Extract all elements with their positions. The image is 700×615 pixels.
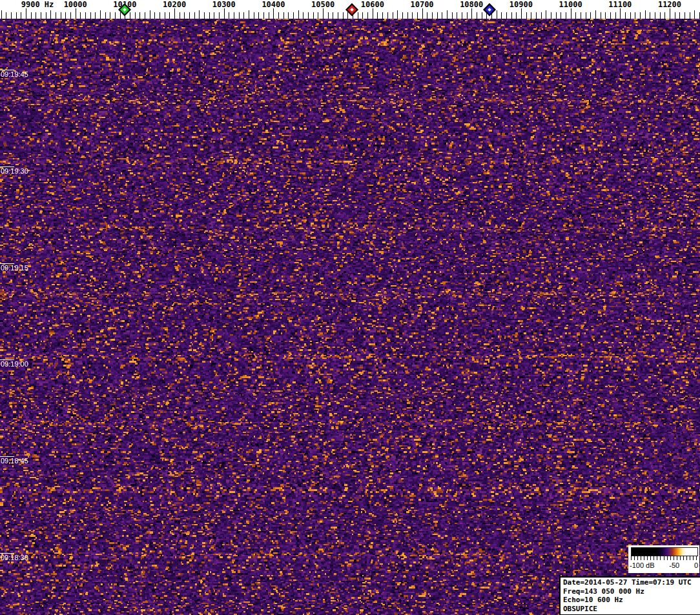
frequency-tick	[184, 12, 185, 19]
frequency-tick	[224, 8, 225, 19]
frequency-tick	[561, 12, 561, 19]
frequency-tick	[120, 12, 121, 19]
frequency-tick-label: 10000	[64, 0, 87, 9]
frequency-tick	[635, 12, 635, 19]
frequency-tick	[516, 12, 517, 19]
frequency-tick	[214, 12, 214, 19]
frequency-tick	[333, 12, 333, 19]
frequency-tick	[546, 10, 546, 19]
colorbar-tick	[641, 556, 641, 560]
colorbar-label-mid: -50	[669, 561, 679, 569]
colorbar-label-max: 0	[694, 561, 698, 569]
frequency-tick	[625, 12, 626, 19]
frequency-tick	[169, 12, 170, 19]
frequency-tick	[655, 12, 655, 19]
frequency-tick	[679, 12, 680, 19]
frequency-tick	[595, 10, 596, 19]
frequency-tick	[630, 12, 631, 19]
frequency-tick	[422, 8, 423, 19]
blue-marker-icon[interactable]	[483, 3, 496, 16]
frequency-tick	[620, 8, 621, 19]
frequency-tick	[442, 12, 442, 19]
colorbar-tick	[677, 556, 677, 560]
frequency-tick	[31, 12, 32, 19]
frequency-tick	[640, 12, 641, 19]
colorbar-gradient	[631, 547, 698, 556]
frequency-tick	[21, 12, 21, 19]
colorbar-tick	[693, 556, 694, 560]
time-tick-label: 09:19:45	[1, 70, 28, 78]
frequency-tick	[258, 12, 259, 19]
colorbar-tick	[674, 556, 674, 560]
frequency-tick	[145, 12, 145, 19]
frequency-tick	[437, 12, 438, 19]
frequency-tick	[61, 12, 61, 19]
spectrogram-canvas[interactable]	[0, 19, 700, 615]
time-tick-label: 09:19:15	[1, 264, 28, 272]
frequency-tick	[313, 12, 314, 19]
frequency-tick	[6, 12, 6, 19]
frequency-tick	[298, 10, 299, 19]
frequency-tick	[675, 12, 675, 19]
frequency-tick	[511, 12, 512, 19]
frequency-tick	[189, 12, 190, 19]
marker-center-dot	[123, 8, 127, 12]
frequency-tick	[288, 12, 289, 19]
colorbar-tick	[670, 556, 671, 560]
colorbar-tick	[644, 556, 644, 560]
time-tick-label: 09:19:30	[1, 167, 28, 175]
frequency-tick	[194, 12, 195, 19]
frequency-tick	[90, 12, 91, 19]
frequency-tick	[393, 12, 393, 19]
frequency-tick	[135, 12, 136, 19]
frequency-tick	[234, 12, 234, 19]
info-station: OBSUPICE	[563, 605, 700, 614]
frequency-tick	[303, 12, 304, 19]
frequency-tick	[174, 8, 175, 19]
frequency-tick	[209, 12, 210, 19]
frequency-tick	[660, 12, 661, 19]
frequency-tick	[605, 12, 606, 19]
frequency-tick	[566, 12, 566, 19]
colorbar-tick	[680, 556, 681, 560]
frequency-tick	[536, 12, 537, 19]
colorbar-tick	[664, 556, 664, 560]
frequency-tick	[526, 12, 527, 19]
frequency-tick	[41, 12, 41, 19]
frequency-tick	[581, 12, 581, 19]
frequency-tick	[427, 12, 427, 19]
frequency-tick	[165, 12, 165, 19]
info-frequency: Freq=143 050 000 Hz	[563, 587, 700, 596]
frequency-tick	[80, 12, 81, 19]
frequency-tick	[417, 12, 418, 19]
colorbar-tick	[647, 556, 648, 560]
frequency-tick	[571, 8, 571, 19]
frequency-tick	[139, 12, 140, 19]
frequency-tick	[85, 12, 86, 19]
frequency-tick	[407, 12, 408, 19]
frequency-tick	[471, 8, 472, 19]
waterfall-window: 9900 Hz100001010010200103001040010500106…	[0, 0, 700, 615]
frequency-tick	[11, 12, 12, 19]
frequency-tick	[199, 10, 200, 19]
frequency-ruler: 9900 Hz100001010010200103001040010500106…	[0, 0, 700, 19]
frequency-tick	[615, 12, 616, 19]
colorbar-tick	[686, 556, 687, 560]
colorbar-tick	[660, 556, 661, 560]
frequency-tick	[254, 12, 254, 19]
frequency-tick-label: 11200	[658, 0, 681, 9]
time-tick-label: 09:18:45	[1, 457, 28, 465]
frequency-tick	[373, 8, 373, 19]
frequency-tick	[541, 12, 542, 19]
frequency-tick	[685, 12, 685, 19]
frequency-tick	[95, 12, 96, 19]
colorbar-label-min: -100 dB	[630, 561, 655, 569]
marker-center-dot	[350, 8, 354, 12]
frequency-tick	[610, 12, 611, 19]
frequency-tick	[273, 8, 274, 19]
frequency-tick	[402, 12, 403, 19]
colorbar-tick	[657, 556, 657, 560]
frequency-tick	[531, 12, 531, 19]
frequency-tick-label: 10700	[410, 0, 433, 9]
frequency-tick-label: 10600	[361, 0, 384, 9]
